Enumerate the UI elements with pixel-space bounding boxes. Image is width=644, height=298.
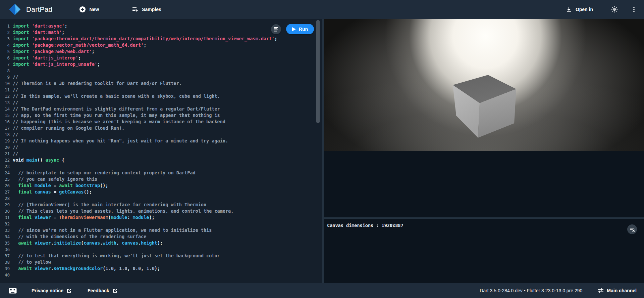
code-row: 12// In this sample, we'll create a basi… — [0, 93, 322, 99]
line-number: 11 — [0, 87, 13, 93]
line-number: 36 — [0, 246, 13, 253]
run-button-label: Run — [299, 27, 308, 32]
status-bar: Privacy notice Feedback Dart 3.5.0-284.0… — [0, 283, 644, 298]
format-button[interactable] — [271, 24, 281, 34]
line-number: 5 — [0, 48, 13, 55]
brightness-toggle[interactable] — [609, 4, 620, 15]
code-line: // This class lets you load assets, ligh… — [13, 208, 233, 214]
code-line: // In this sample, we'll create a basic … — [13, 93, 220, 99]
code-row: 28 — [0, 195, 322, 202]
keyboard-shortcuts-button[interactable] — [9, 288, 17, 294]
dartpad-logo-icon — [9, 3, 21, 15]
code-row: 17// compiler running on Google Cloud Ru… — [0, 125, 322, 131]
app-title: DartPad — [26, 5, 52, 13]
line-number: 21 — [0, 151, 13, 157]
code-row: 25 // you can safely ignore this — [0, 176, 322, 182]
code-row: 15// app, so the first time you run this… — [0, 112, 322, 119]
code-line: // since we're not in a Flutter applicat… — [13, 227, 212, 233]
code-row: 13// — [0, 99, 322, 106]
line-number: 32 — [0, 221, 13, 227]
code-line: // — [13, 99, 18, 106]
samples-button-label: Samples — [142, 7, 161, 12]
code-line: // boilerplate to setup our rendering co… — [13, 170, 196, 176]
code-line: // with the dimensions of the rendering … — [13, 233, 146, 240]
code-row: 5import 'package:web/web.dart'; — [0, 48, 322, 55]
line-number: 24 — [0, 170, 13, 176]
code-row: 4import 'package:vector_math/vector_math… — [0, 42, 322, 48]
code-line: import 'dart:js_interop'; — [13, 55, 81, 61]
code-line: // Thermion is a 3D rendering toolkit fo… — [13, 80, 182, 87]
run-button[interactable]: Run — [286, 24, 314, 34]
code-row: 21// — [0, 151, 322, 157]
brand: DartPad — [9, 3, 52, 15]
line-number: 29 — [0, 202, 13, 208]
open-in-button[interactable]: Open in — [562, 3, 596, 15]
format-align-left-icon — [273, 27, 279, 32]
line-number: 38 — [0, 259, 13, 265]
code-row: 39 await viewer.setBackgroundColor(1.0, … — [0, 265, 322, 272]
line-number: 6 — [0, 55, 13, 61]
code-line: import 'dart:math'; — [13, 29, 64, 36]
samples-button[interactable]: Samples — [128, 3, 165, 15]
open-in-new-icon — [66, 288, 71, 293]
code-row: 35 await viewer.initialize(canvas.width,… — [0, 240, 322, 246]
line-number: 23 — [0, 163, 13, 170]
feedback-label: Feedback — [88, 288, 109, 293]
play-icon — [292, 27, 296, 31]
line-number: 35 — [0, 240, 13, 246]
code-line: // — [13, 144, 18, 151]
code-line: // — [13, 151, 18, 157]
render-canvas[interactable] — [324, 19, 644, 151]
code-lines: 1import 'dart:async';2import 'dart:math'… — [0, 23, 322, 278]
line-number: 26 — [0, 182, 13, 189]
line-number: 33 — [0, 227, 13, 233]
clear-console-icon — [630, 227, 635, 232]
version-info: Dart 3.5.0-284.0.dev • Flutter 3.23.0-13… — [480, 288, 582, 293]
line-number: 16 — [0, 119, 13, 125]
code-line: // app, so the first time you run this s… — [13, 112, 220, 119]
pane-spacer — [324, 151, 644, 217]
output-pane: Canvas dimensions : 644x298 — [322, 19, 644, 283]
code-row: 32 — [0, 221, 322, 227]
code-row: 9// — [0, 74, 322, 80]
line-number: 10 — [0, 80, 13, 87]
code-line: // — [13, 131, 18, 138]
code-line: // you can safely ignore this — [13, 176, 97, 182]
channel-label: Main channel — [607, 288, 637, 293]
kebab-menu-icon — [631, 6, 637, 13]
new-button-label: New — [89, 7, 99, 12]
code-row: 19// If nothing happens when you hit "Ru… — [0, 138, 322, 144]
dartpad-app: DartPad New Samples — [0, 0, 644, 298]
channel-selector[interactable]: Main channel — [598, 288, 637, 293]
clear-console-button[interactable] — [627, 224, 637, 234]
overflow-menu-button[interactable] — [629, 4, 639, 15]
tune-icon — [598, 288, 604, 293]
code-row: 30 // This class lets you load assets, l… — [0, 208, 322, 214]
code-line: import 'package:web/web.dart'; — [13, 48, 95, 55]
code-row: 14// The DartPad environment is slightly… — [0, 106, 322, 112]
line-number: 18 — [0, 131, 13, 138]
feedback-link[interactable]: Feedback — [88, 288, 117, 293]
line-number: 30 — [0, 208, 13, 214]
line-number: 28 — [0, 195, 13, 202]
code-editor[interactable]: 1import 'dart:async';2import 'dart:math'… — [0, 19, 322, 283]
new-button[interactable]: New — [76, 3, 102, 15]
line-number: 13 — [0, 99, 13, 106]
main-area: 1import 'dart:async';2import 'dart:math'… — [0, 19, 644, 283]
code-line: // compiler running on Google Cloud Run)… — [13, 125, 124, 131]
app-header: DartPad New Samples — [0, 0, 644, 19]
cube-render — [324, 19, 644, 151]
code-row: 40 — [0, 272, 322, 278]
privacy-notice-link[interactable]: Privacy notice — [32, 288, 71, 293]
code-row: 8 — [0, 68, 322, 74]
code-row: 34 // with the dimensions of the renderi… — [0, 233, 322, 240]
editor-scrollbar-thumb[interactable] — [316, 20, 320, 123]
line-number: 17 — [0, 125, 13, 131]
line-number: 31 — [0, 214, 13, 221]
line-number: 39 — [0, 265, 13, 272]
download-icon — [566, 6, 572, 13]
playlist-add-icon — [132, 6, 139, 13]
line-number: 22 — [0, 157, 13, 163]
line-number: 9 — [0, 74, 13, 80]
keyboard-icon — [9, 288, 17, 294]
